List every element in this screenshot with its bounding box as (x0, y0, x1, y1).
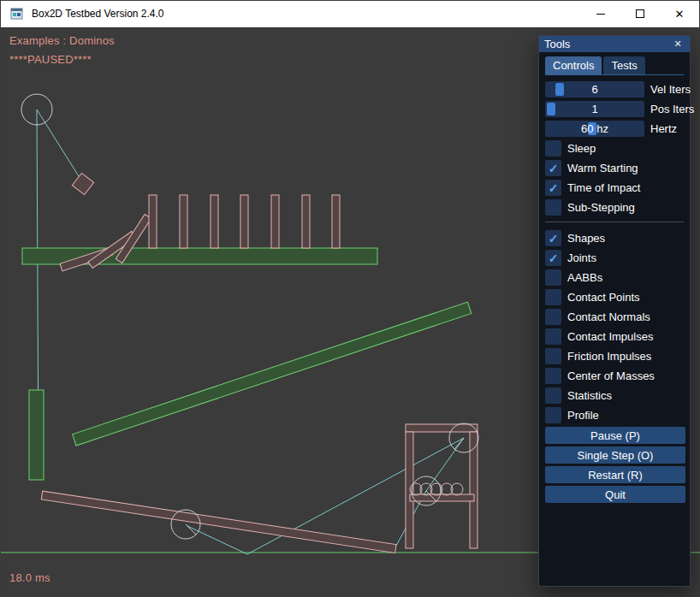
checkbox-label: AABBs (567, 271, 602, 284)
checkbox-sub-stepping[interactable]: ✓ (545, 199, 561, 216)
checkbox-label: Contact Points (567, 291, 640, 304)
checkbox-aabbs[interactable]: ✓ (545, 269, 561, 286)
checkbox-warm-starting[interactable]: ✓ (545, 160, 561, 176)
pendulum-bob[interactable] (72, 173, 93, 194)
checkbox-center-of-masses[interactable]: ✓ (545, 368, 561, 384)
checkbox-joints[interactable]: ✓ (545, 250, 561, 266)
app-icon (10, 7, 24, 21)
tools-panel: Tools ✕ Controls Tests 6 Vel Iters (538, 35, 691, 587)
tools-tabbar: Controls Tests (545, 56, 684, 75)
checkbox-label: Warm Starting (567, 162, 638, 174)
maximize-icon (636, 9, 644, 18)
app-window: Box2D Testbed Version 2.4.0 ✕ (0, 0, 700, 597)
checkbox-statistics[interactable]: ✓ (545, 387, 561, 404)
minimize-icon (596, 14, 605, 15)
window-controls: ✕ (581, 1, 699, 27)
checkbox-profile[interactable]: ✓ (545, 407, 561, 423)
separator (545, 222, 684, 222)
single-step-button[interactable]: Single Step (O) (545, 446, 685, 464)
checkbox-label: Center of Masses (567, 369, 655, 382)
check-icon: ✓ (549, 182, 559, 194)
checkbox-contact-points[interactable]: ✓ (545, 289, 561, 305)
slider-value: 1 (545, 101, 644, 117)
tools-titlebar[interactable]: Tools ✕ (539, 36, 690, 52)
hertz-slider[interactable]: 60 hz (545, 121, 644, 137)
checkbox-label: Profile (567, 409, 599, 422)
checkbox-contact-normals[interactable]: ✓ (545, 309, 561, 325)
vel-iters-slider[interactable]: 6 (545, 81, 644, 98)
quit-button[interactable]: Quit (545, 486, 685, 503)
checkbox-label: Contact Impulses (567, 330, 653, 343)
pause-button[interactable]: Pause (P) (545, 427, 685, 444)
slider-label: Vel Iters (650, 83, 691, 96)
pos-iters-slider[interactable]: 1 (545, 101, 644, 117)
checkbox-shapes[interactable]: ✓ (545, 230, 561, 246)
check-icon: ✓ (549, 233, 559, 245)
seesaw-plank[interactable] (41, 491, 396, 553)
check-icon: ✓ (549, 163, 559, 174)
window-title: Box2D Testbed Version 2.4.0 (32, 8, 164, 20)
slider-label: Pos Iters (650, 103, 694, 115)
maximize-button[interactable] (620, 1, 660, 27)
close-icon: ✕ (675, 9, 685, 20)
tools-title: Tools (544, 38, 570, 50)
tab-tests[interactable]: Tests (603, 56, 644, 74)
checkbox-label: Shapes (567, 232, 605, 245)
ball-row[interactable] (410, 483, 463, 495)
checkbox-friction-impulses[interactable]: ✓ (545, 348, 561, 364)
checkbox-sleep[interactable]: ✓ (545, 140, 561, 157)
slider-label: Hertz (650, 122, 677, 135)
minimize-button[interactable] (581, 1, 620, 27)
tools-body: Controls Tests 6 Vel Iters 1 P (539, 52, 690, 503)
slider-value: 60 hz (545, 121, 644, 137)
os-titlebar[interactable]: Box2D Testbed Version 2.4.0 ✕ (1, 1, 699, 27)
close-button[interactable]: ✕ (660, 1, 699, 27)
checkbox-label: Contact Normals (567, 310, 650, 323)
checkbox-label: Sub-Stepping (567, 201, 635, 214)
static-column (29, 390, 44, 480)
example-label: Examples : Dominos (9, 34, 115, 47)
checkbox-label: Sleep (567, 142, 596, 155)
checkbox-label: Friction Impulses (567, 350, 651, 363)
physics-canvas[interactable]: Examples : Dominos ****PAUSED**** 18.0 m… (1, 27, 700, 597)
checkbox-label: Statistics (567, 389, 612, 402)
paused-label: ****PAUSED**** (9, 53, 92, 66)
tools-close-icon[interactable]: ✕ (671, 38, 685, 50)
checkbox-contact-impulses[interactable]: ✓ (545, 328, 561, 345)
frame-time-label: 18.0 ms (9, 571, 50, 584)
slider-value: 6 (545, 81, 644, 98)
checkbox-label: Joints (567, 251, 596, 264)
check-icon: ✓ (549, 252, 559, 264)
checkbox-time-of-impact[interactable]: ✓ (545, 180, 561, 196)
checkbox-label: Time of Impact (567, 181, 640, 194)
tab-controls[interactable]: Controls (545, 56, 602, 74)
dominos-upright[interactable] (149, 195, 340, 248)
restart-button[interactable]: Restart (R) (545, 466, 685, 483)
